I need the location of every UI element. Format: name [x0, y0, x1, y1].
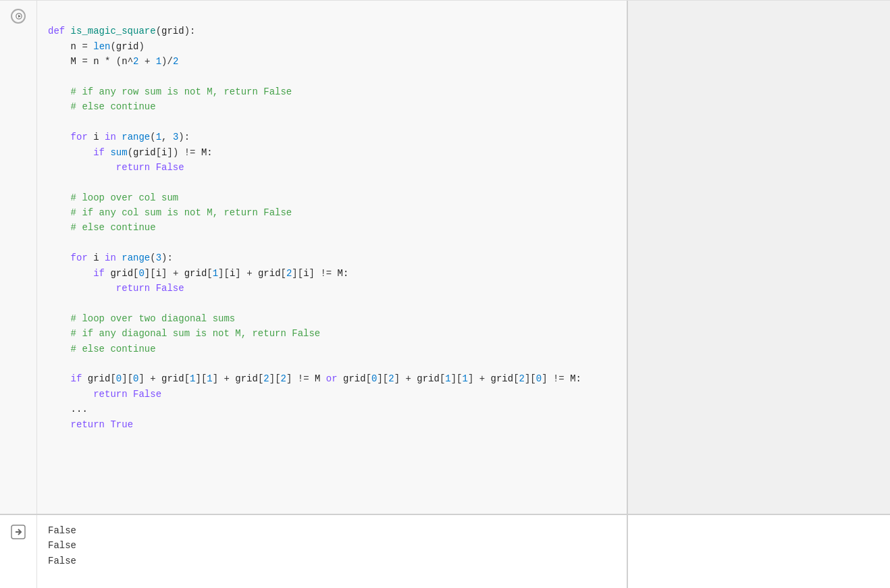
code-cell: def is_magic_square(grid): n = len(grid)… [0, 0, 890, 514]
cell-code-content: def is_magic_square(grid): n = len(grid)… [37, 1, 627, 514]
output-icon [11, 525, 26, 539]
output-section: False False False [0, 514, 890, 588]
svg-marker-1 [18, 15, 20, 18]
output-text: False False False [48, 523, 616, 568]
run-button[interactable] [11, 9, 26, 24]
output-right-panel [627, 515, 890, 588]
output-gutter [0, 515, 37, 588]
cell-gutter [0, 1, 37, 514]
notebook-container: def is_magic_square(grid): n = len(grid)… [0, 0, 890, 588]
right-panel [627, 1, 890, 514]
output-content: False False False [37, 515, 627, 588]
code-block: def is_magic_square(grid): n = len(grid)… [48, 9, 616, 447]
